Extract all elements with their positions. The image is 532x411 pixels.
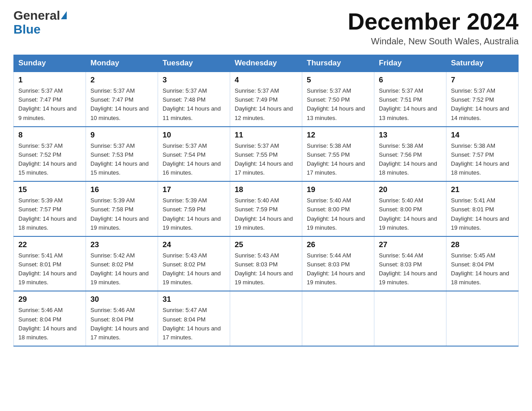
calendar-week-3: 15 Sunrise: 5:39 AMSunset: 7:57 PMDaylig… <box>14 181 519 236</box>
day-number: 23 <box>90 240 153 249</box>
table-row: 8 Sunrise: 5:37 AMSunset: 7:52 PMDayligh… <box>14 127 86 182</box>
day-number: 21 <box>451 185 514 194</box>
table-row: 4 Sunrise: 5:37 AMSunset: 7:49 PMDayligh… <box>230 72 302 127</box>
day-info: Sunrise: 5:40 AMSunset: 7:59 PMDaylight:… <box>235 197 293 231</box>
table-row: 19 Sunrise: 5:40 AMSunset: 8:00 PMDaylig… <box>302 181 374 236</box>
day-info: Sunrise: 5:37 AMSunset: 7:55 PMDaylight:… <box>235 142 293 176</box>
day-number: 31 <box>163 295 225 304</box>
day-number: 2 <box>90 76 153 85</box>
table-row: 20 Sunrise: 5:40 AMSunset: 8:00 PMDaylig… <box>374 181 446 236</box>
logo-triangle-icon <box>61 11 67 19</box>
table-row: 7 Sunrise: 5:37 AMSunset: 7:52 PMDayligh… <box>446 72 519 127</box>
col-friday: Friday <box>374 55 446 72</box>
day-info: Sunrise: 5:43 AMSunset: 8:02 PMDaylight:… <box>163 252 221 286</box>
table-row: 26 Sunrise: 5:44 AMSunset: 8:03 PMDaylig… <box>302 236 374 291</box>
day-number: 28 <box>451 240 514 249</box>
day-info: Sunrise: 5:44 AMSunset: 8:03 PMDaylight:… <box>307 252 365 286</box>
day-number: 27 <box>379 240 442 249</box>
day-number: 12 <box>307 131 369 140</box>
day-info: Sunrise: 5:37 AMSunset: 7:54 PMDaylight:… <box>163 142 221 176</box>
table-row: 1 Sunrise: 5:37 AMSunset: 7:47 PMDayligh… <box>14 72 86 127</box>
table-row: 13 Sunrise: 5:38 AMSunset: 7:56 PMDaylig… <box>374 127 446 182</box>
day-number: 13 <box>379 131 442 140</box>
table-row: 14 Sunrise: 5:38 AMSunset: 7:57 PMDaylig… <box>446 127 519 182</box>
table-row: 15 Sunrise: 5:39 AMSunset: 7:57 PMDaylig… <box>14 181 86 236</box>
calendar-header-row: Sunday Monday Tuesday Wednesday Thursday… <box>14 55 519 72</box>
day-info: Sunrise: 5:40 AMSunset: 8:00 PMDaylight:… <box>379 197 437 231</box>
table-row: 24 Sunrise: 5:43 AMSunset: 8:02 PMDaylig… <box>158 236 230 291</box>
calendar-week-5: 29 Sunrise: 5:46 AMSunset: 8:04 PMDaylig… <box>14 291 519 346</box>
table-row <box>446 291 519 346</box>
table-row: 2 Sunrise: 5:37 AMSunset: 7:47 PMDayligh… <box>86 72 158 127</box>
day-info: Sunrise: 5:43 AMSunset: 8:03 PMDaylight:… <box>235 252 293 286</box>
calendar-week-4: 22 Sunrise: 5:41 AMSunset: 8:01 PMDaylig… <box>14 236 519 291</box>
col-sunday: Sunday <box>14 55 86 72</box>
day-number: 25 <box>235 240 297 249</box>
logo: General Blue <box>13 9 67 37</box>
day-number: 10 <box>163 131 225 140</box>
day-info: Sunrise: 5:37 AMSunset: 7:47 PMDaylight:… <box>18 87 77 121</box>
col-wednesday: Wednesday <box>230 55 302 72</box>
table-row: 18 Sunrise: 5:40 AMSunset: 7:59 PMDaylig… <box>230 181 302 236</box>
calendar-table: Sunday Monday Tuesday Wednesday Thursday… <box>13 55 519 347</box>
day-number: 8 <box>18 131 81 140</box>
day-info: Sunrise: 5:38 AMSunset: 7:57 PMDaylight:… <box>451 142 509 176</box>
day-number: 4 <box>235 76 297 85</box>
calendar-week-2: 8 Sunrise: 5:37 AMSunset: 7:52 PMDayligh… <box>14 127 519 182</box>
table-row: 27 Sunrise: 5:44 AMSunset: 8:03 PMDaylig… <box>374 236 446 291</box>
day-info: Sunrise: 5:38 AMSunset: 7:55 PMDaylight:… <box>307 142 365 176</box>
day-info: Sunrise: 5:41 AMSunset: 8:01 PMDaylight:… <box>18 252 77 286</box>
day-info: Sunrise: 5:44 AMSunset: 8:03 PMDaylight:… <box>379 252 437 286</box>
table-row: 5 Sunrise: 5:37 AMSunset: 7:50 PMDayligh… <box>302 72 374 127</box>
day-info: Sunrise: 5:37 AMSunset: 7:47 PMDaylight:… <box>90 87 149 121</box>
day-number: 20 <box>379 185 442 194</box>
table-row <box>302 291 374 346</box>
table-row: 22 Sunrise: 5:41 AMSunset: 8:01 PMDaylig… <box>14 236 86 291</box>
day-number: 22 <box>18 240 81 249</box>
day-number: 18 <box>235 185 297 194</box>
day-number: 3 <box>163 76 225 85</box>
table-row: 21 Sunrise: 5:41 AMSunset: 8:01 PMDaylig… <box>446 181 519 236</box>
table-row: 11 Sunrise: 5:37 AMSunset: 7:55 PMDaylig… <box>230 127 302 182</box>
day-number: 29 <box>18 295 81 304</box>
day-number: 6 <box>379 76 442 85</box>
table-row: 17 Sunrise: 5:39 AMSunset: 7:59 PMDaylig… <box>158 181 230 236</box>
page-header: General Blue December 2024 Windale, New … <box>13 9 519 47</box>
day-info: Sunrise: 5:37 AMSunset: 7:51 PMDaylight:… <box>379 87 437 121</box>
day-number: 26 <box>307 240 369 249</box>
day-number: 14 <box>451 131 514 140</box>
col-thursday: Thursday <box>302 55 374 72</box>
day-number: 19 <box>307 185 369 194</box>
day-info: Sunrise: 5:39 AMSunset: 7:58 PMDaylight:… <box>90 197 149 231</box>
table-row <box>374 291 446 346</box>
table-row: 23 Sunrise: 5:42 AMSunset: 8:02 PMDaylig… <box>86 236 158 291</box>
table-row: 30 Sunrise: 5:46 AMSunset: 8:04 PMDaylig… <box>86 291 158 346</box>
day-info: Sunrise: 5:47 AMSunset: 8:04 PMDaylight:… <box>163 307 221 340</box>
logo-blue-text: Blue <box>13 23 41 37</box>
col-monday: Monday <box>86 55 158 72</box>
day-number: 9 <box>90 131 153 140</box>
day-info: Sunrise: 5:37 AMSunset: 7:49 PMDaylight:… <box>235 87 293 121</box>
table-row: 16 Sunrise: 5:39 AMSunset: 7:58 PMDaylig… <box>86 181 158 236</box>
day-info: Sunrise: 5:37 AMSunset: 7:53 PMDaylight:… <box>90 142 149 176</box>
day-info: Sunrise: 5:37 AMSunset: 7:50 PMDaylight:… <box>307 87 365 121</box>
table-row: 9 Sunrise: 5:37 AMSunset: 7:53 PMDayligh… <box>86 127 158 182</box>
day-number: 24 <box>163 240 225 249</box>
table-row: 29 Sunrise: 5:46 AMSunset: 8:04 PMDaylig… <box>14 291 86 346</box>
day-number: 11 <box>235 131 297 140</box>
table-row: 28 Sunrise: 5:45 AMSunset: 8:04 PMDaylig… <box>446 236 519 291</box>
day-info: Sunrise: 5:41 AMSunset: 8:01 PMDaylight:… <box>451 197 509 231</box>
location-subtitle: Windale, New South Wales, Australia <box>348 36 519 47</box>
table-row: 31 Sunrise: 5:47 AMSunset: 8:04 PMDaylig… <box>158 291 230 346</box>
month-year-title: December 2024 <box>348 9 519 34</box>
day-info: Sunrise: 5:38 AMSunset: 7:56 PMDaylight:… <box>379 142 437 176</box>
table-row: 25 Sunrise: 5:43 AMSunset: 8:03 PMDaylig… <box>230 236 302 291</box>
calendar-week-1: 1 Sunrise: 5:37 AMSunset: 7:47 PMDayligh… <box>14 72 519 127</box>
table-row: 6 Sunrise: 5:37 AMSunset: 7:51 PMDayligh… <box>374 72 446 127</box>
day-info: Sunrise: 5:37 AMSunset: 7:48 PMDaylight:… <box>163 87 221 121</box>
table-row: 3 Sunrise: 5:37 AMSunset: 7:48 PMDayligh… <box>158 72 230 127</box>
col-saturday: Saturday <box>446 55 519 72</box>
day-info: Sunrise: 5:37 AMSunset: 7:52 PMDaylight:… <box>18 142 77 176</box>
day-number: 30 <box>90 295 153 304</box>
table-row <box>230 291 302 346</box>
